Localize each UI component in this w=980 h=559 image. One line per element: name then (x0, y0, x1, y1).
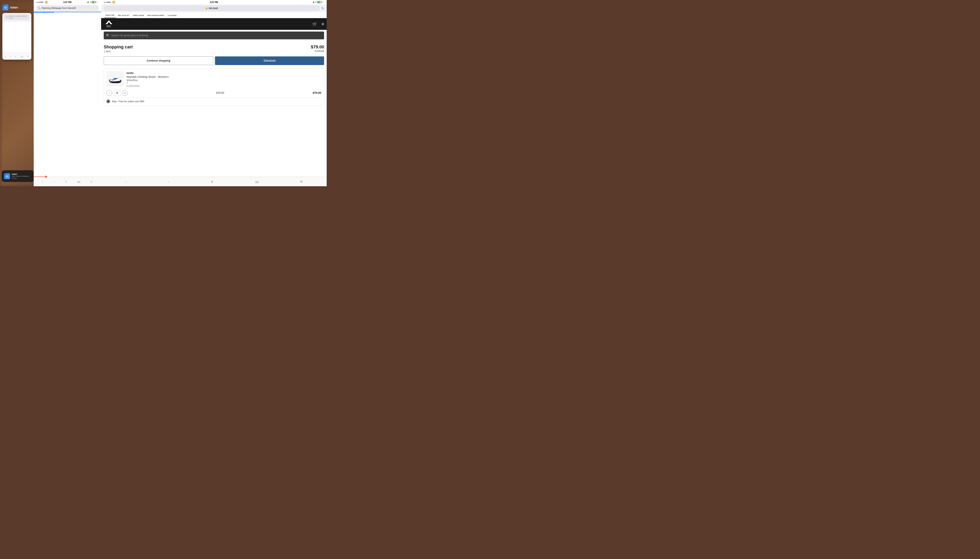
status-right-panel3: ⊕ ↗ ⚡ (313, 1, 324, 3)
lightning-icon-panel2: ⚡ (96, 1, 99, 3)
forward-btn-panel2[interactable]: › (54, 180, 55, 184)
bookmarks-btn-panel3[interactable]: 📖 (255, 180, 259, 184)
back-btn-panel2[interactable]: ‹ (42, 180, 43, 184)
signal-icon-panel3: ▪▪▪▪ AT&T (104, 1, 111, 3)
arrow-line (33, 177, 45, 177)
quantity-control: − + (106, 90, 128, 96)
rei-header-icons: 🛒 ≡ (312, 22, 324, 26)
time-panel3: 4:07 PM (210, 1, 218, 3)
item-total-price: $79.00 (312, 91, 321, 94)
cart-total-price: $79.00 (311, 45, 324, 50)
rei-top-nav-section: SHOP REI REI OUTLET USED GEAR REI ADVENT… (101, 12, 327, 18)
safari-card[interactable]: 🔍 Search or enter website name ‹ › ⬆ 📖 ⧉ (2, 13, 31, 60)
cart-item-brand: evolv (126, 71, 321, 74)
svg-text:REI: REI (106, 25, 111, 27)
time-panel2: 4:07 PM (63, 1, 71, 3)
share-icon: ⬆ (15, 55, 17, 58)
panel2-content (34, 13, 101, 177)
rei-logo-svg: REI CO·OP (104, 20, 114, 28)
handoff-text: Safari From "Helen's MacBook Pro (2)" (12, 173, 31, 179)
shipping-radio[interactable] (106, 99, 110, 103)
safari-card-urlbar: 🔍 Search or enter website name (2, 13, 31, 22)
address-bar-panel3[interactable]: 🔒 rei.com ↻ (101, 4, 327, 12)
status-left-panel2: ▪▪▪▪ AT&T 📶 (36, 1, 48, 3)
toolbar-panel2: ‹ › ⬆ 📖 ⧉ (34, 177, 101, 186)
cart-item-details: evolv Skyhawk Climbing Shoes - Women's W… (126, 71, 321, 87)
address-bar-content-panel2: 🔍 Opening Webpage from Handoff (36, 5, 99, 11)
rei-top-nav: SHOP REI REI OUTLET USED GEAR REI ADVENT… (101, 12, 327, 18)
bookmarks-icon: 📖 (21, 55, 23, 58)
handoff-notification[interactable]: Safari From "Helen's MacBook Pro (2)" (2, 170, 34, 182)
cart-item-size: 7 (126, 81, 321, 84)
cart-title-section: Shopping cart 1 item (104, 45, 133, 53)
forward-icon: › (10, 55, 11, 58)
rei-search-text: Search for great gear & clothing (111, 34, 321, 37)
battery-icon-panel2 (92, 1, 96, 3)
back-icon: ‹ (5, 55, 6, 58)
forward-btn-panel3[interactable]: › (168, 179, 169, 184)
safari-card-search: 🔍 Search or enter website name (4, 14, 30, 20)
wifi-icon-panel3: 📶 (112, 1, 115, 3)
share-btn-panel2[interactable]: ⬆ (65, 180, 67, 183)
item-unit-price: $79.00 (216, 91, 224, 94)
lightning-icon-panel3: ⚡ (322, 1, 324, 3)
cart-item-color: White/Blue (126, 79, 321, 81)
cart-buttons: Continue shopping Checkout (104, 56, 324, 65)
lock-icon-panel3: 🔒 (205, 7, 208, 9)
quantity-input[interactable] (114, 90, 120, 96)
quantity-plus-button[interactable]: + (122, 90, 128, 96)
cart-icon-header[interactable]: 🛒 (312, 22, 317, 26)
safari-app-icon (2, 4, 8, 10)
shopping-cart-header: Shopping cart 1 item $79.00 Subtotal (104, 45, 324, 53)
nav-item-used-gear[interactable]: USED GEAR (131, 13, 146, 18)
status-bar-panel3: ▪▪▪▪ AT&T 📶 4:07 PM ⊕ ↗ ⚡ (101, 0, 327, 4)
svg-marker-9 (106, 20, 112, 24)
location-icon-panel3: ⊕ (313, 1, 314, 3)
shipping-text: Ship - Free for orders over $50 (112, 100, 144, 103)
nav-item-rei-adventures[interactable]: REI ADVENTURES (146, 13, 166, 18)
battery-icon-panel3 (317, 1, 321, 3)
cart-item-card: evolv Skyhawk Climbing Shoes - Women's W… (104, 68, 324, 106)
tabs-btn-panel2[interactable]: ⧉ (91, 180, 93, 183)
safari-card-toolbar: ‹ › ⬆ 📖 ⧉ (2, 53, 31, 60)
continue-shopping-button[interactable]: Continue shopping (104, 56, 213, 65)
nav-item-rei-outlet[interactable]: REI OUTLET (116, 13, 131, 18)
checkout-button[interactable]: Checkout (215, 56, 324, 65)
tabs-icon: ⧉ (27, 55, 28, 58)
rei-logo: REI CO·OP (104, 20, 114, 28)
safari-app-label: Safari (10, 6, 18, 9)
handoff-title: Safari (12, 173, 31, 175)
toolbar-panel3: ‹ › ⬆ 📖 ⧉ (101, 177, 327, 186)
panel-loading-safari: ▪▪▪▪ AT&T 📶 4:07 PM ⊕ ↗ ⚡ 🔍 Opening Webp… (34, 0, 101, 186)
nav-item-shop-rei[interactable]: SHOP REI (104, 13, 116, 18)
cart-count: 1 item (104, 50, 133, 53)
panel-safari-switcher: Safari 🔍 Search or enter website name ‹ … (0, 0, 34, 186)
shoe-svg (107, 73, 123, 85)
cart-item-sku: #1280590005 (126, 85, 321, 87)
loading-indicator-panel2 (34, 12, 101, 13)
signal-icon-panel2: ▪▪▪▪ AT&T (36, 1, 44, 3)
bookmarks-btn-panel2[interactable]: 📖 (77, 180, 80, 183)
back-btn-panel3[interactable]: ‹ (125, 179, 127, 184)
search-icon-panel2: 🔍 (38, 7, 40, 9)
location-icon-panel2: ⊕ (87, 1, 89, 3)
nav-item-classes[interactable]: CLASSES (166, 13, 178, 18)
share-btn-panel3[interactable]: ⬆ (211, 180, 213, 184)
status-right-panel2: ⊕ ↗ ⚡ (87, 1, 99, 3)
reload-btn-panel3[interactable]: ↻ (321, 7, 324, 10)
quantity-minus-button[interactable]: − (106, 90, 112, 96)
tabs-btn-panel3[interactable]: ⧉ (300, 180, 302, 184)
menu-icon-header[interactable]: ≡ (321, 22, 324, 26)
handoff-subtitle: From "Helen's MacBook Pro (2)" (12, 175, 31, 179)
cart-item-image (106, 71, 124, 86)
wifi-icon-panel2: 📶 (45, 1, 48, 3)
rei-shopping-cart-content: Shopping cart 1 item $79.00 Subtotal Con… (101, 41, 327, 177)
battery-fill-panel3 (317, 2, 320, 3)
battery-fill-panel2 (92, 2, 94, 3)
address-bar-text-panel2: Opening Webpage from Handoff (42, 7, 76, 9)
arrow-head (45, 175, 48, 178)
handoff-safari-icon (4, 173, 10, 179)
loading-bar-panel2 (34, 12, 54, 13)
rei-search-bar[interactable]: 🔍 Search for great gear & clothing (104, 31, 324, 39)
address-bar-panel2[interactable]: 🔍 Opening Webpage from Handoff (34, 4, 101, 12)
